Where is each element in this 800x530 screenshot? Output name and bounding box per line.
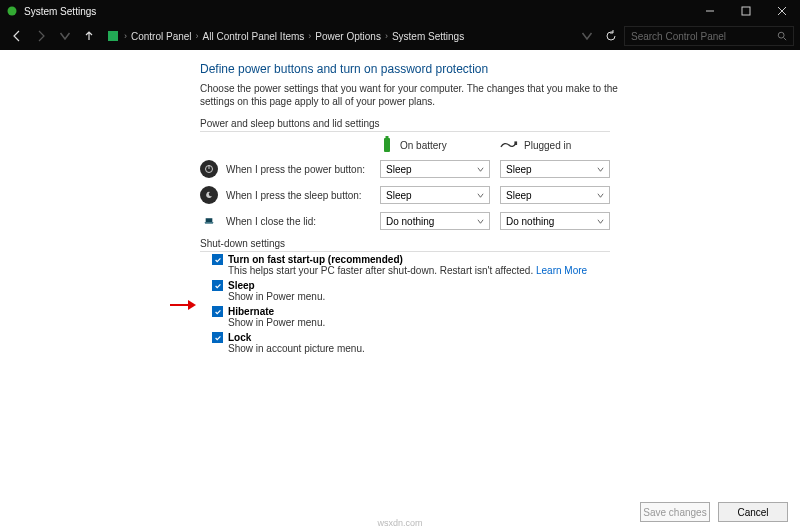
chevron-down-icon xyxy=(477,192,484,199)
chevron-down-icon xyxy=(597,166,604,173)
svg-rect-9 xyxy=(386,136,389,138)
back-button[interactable] xyxy=(6,25,28,47)
lid-label: When I close the lid: xyxy=(226,216,316,227)
lock-check-label: Lock xyxy=(228,332,251,343)
section-shutdown: Shut-down settings xyxy=(200,238,780,252)
titlebar: System Settings xyxy=(0,0,800,22)
row-sleep-button: When I press the sleep button: Sleep Sle… xyxy=(200,186,780,204)
sleep-check-label: Sleep xyxy=(228,280,255,291)
row-close-lid: When I close the lid: Do nothing Do noth… xyxy=(200,212,780,230)
cancel-button[interactable]: Cancel xyxy=(718,502,788,522)
search-placeholder: Search Control Panel xyxy=(631,31,777,42)
chevron-down-icon xyxy=(597,218,604,225)
hibernate-checkbox[interactable] xyxy=(212,306,223,317)
breadcrumb-root[interactable]: Control Panel xyxy=(131,31,192,42)
breadcrumb-level3[interactable]: System Settings xyxy=(392,31,464,42)
sleep-icon xyxy=(200,186,218,204)
power-button-label: When I press the power button: xyxy=(226,164,365,175)
row-power-button: When I press the power button: Sleep Sle… xyxy=(200,160,780,178)
svg-rect-10 xyxy=(514,141,517,145)
lock-check-desc: Show in account picture menu. xyxy=(228,343,780,354)
lock-row: Lock Show in account picture menu. xyxy=(212,332,780,354)
footer-buttons: Save changes Cancel xyxy=(640,502,788,522)
lid-battery-select[interactable]: Do nothing xyxy=(380,212,490,230)
page-title: Define power buttons and turn on passwor… xyxy=(200,62,780,76)
sleep-row: Sleep Show in Power menu. xyxy=(212,280,780,302)
faststart-desc: This helps start your PC faster after sh… xyxy=(228,265,780,276)
power-plugged-select[interactable]: Sleep xyxy=(500,160,610,178)
sleep-check-desc: Show in Power menu. xyxy=(228,291,780,302)
sleep-checkbox[interactable] xyxy=(212,280,223,291)
learn-more-link[interactable]: Learn More xyxy=(536,265,587,276)
svg-line-7 xyxy=(784,38,787,41)
sleep-battery-select[interactable]: Sleep xyxy=(380,186,490,204)
forward-button[interactable] xyxy=(30,25,52,47)
recent-dropdown-icon[interactable] xyxy=(54,25,76,47)
section-power-sleep: Power and sleep buttons and lid settings xyxy=(200,118,780,132)
laptop-lid-icon xyxy=(200,212,218,230)
svg-point-6 xyxy=(778,32,784,38)
up-button[interactable] xyxy=(78,25,100,47)
chevron-down-icon xyxy=(597,192,604,199)
chevron-down-icon xyxy=(477,166,484,173)
breadcrumb: › Control Panel › All Control Panel Item… xyxy=(106,29,464,43)
power-battery-select[interactable]: Sleep xyxy=(380,160,490,178)
battery-icon xyxy=(380,136,394,154)
chevron-right-icon: › xyxy=(308,31,311,41)
column-headers: On battery Plugged in xyxy=(380,136,780,154)
navbar: › Control Panel › All Control Panel Item… xyxy=(0,22,800,50)
col-plugged-in: Plugged in xyxy=(500,136,610,154)
hibernate-check-label: Hibernate xyxy=(228,306,274,317)
search-input[interactable]: Search Control Panel xyxy=(624,26,794,46)
page-description: Choose the power settings that you want … xyxy=(200,82,630,108)
highlight-arrow-icon xyxy=(168,298,198,316)
faststart-checkbox[interactable] xyxy=(212,254,223,265)
save-button[interactable]: Save changes xyxy=(640,502,710,522)
hibernate-check-desc: Show in Power menu. xyxy=(228,317,780,328)
breadcrumb-level1[interactable]: All Control Panel Items xyxy=(203,31,305,42)
lock-checkbox[interactable] xyxy=(212,332,223,343)
search-icon xyxy=(777,31,787,41)
faststart-label: Turn on fast start-up (recommended) xyxy=(228,254,403,265)
cp-icon xyxy=(106,29,120,43)
dropdown-icon[interactable] xyxy=(576,25,598,47)
faststart-row: Turn on fast start-up (recommended) This… xyxy=(212,254,780,276)
hibernate-row: Hibernate Show in Power menu. xyxy=(212,306,780,328)
svg-rect-5 xyxy=(108,31,118,41)
chevron-right-icon: › xyxy=(196,31,199,41)
refresh-button[interactable] xyxy=(600,25,622,47)
breadcrumb-level2[interactable]: Power Options xyxy=(315,31,381,42)
window-title: System Settings xyxy=(24,6,96,17)
lid-plugged-select[interactable]: Do nothing xyxy=(500,212,610,230)
minimize-button[interactable] xyxy=(692,0,728,22)
sleep-button-label: When I press the sleep button: xyxy=(226,190,362,201)
svg-rect-2 xyxy=(742,7,750,15)
watermark: wsxdn.com xyxy=(377,518,422,528)
content-area: Define power buttons and turn on passwor… xyxy=(0,50,800,530)
sleep-plugged-select[interactable]: Sleep xyxy=(500,186,610,204)
chevron-down-icon xyxy=(477,218,484,225)
col-on-battery: On battery xyxy=(380,136,490,154)
svg-rect-8 xyxy=(384,138,390,152)
power-icon xyxy=(200,160,218,178)
plug-icon xyxy=(500,139,518,151)
maximize-button[interactable] xyxy=(728,0,764,22)
chevron-right-icon: › xyxy=(124,31,127,41)
app-icon xyxy=(6,5,18,17)
svg-point-0 xyxy=(8,7,17,16)
chevron-right-icon: › xyxy=(385,31,388,41)
close-button[interactable] xyxy=(764,0,800,22)
